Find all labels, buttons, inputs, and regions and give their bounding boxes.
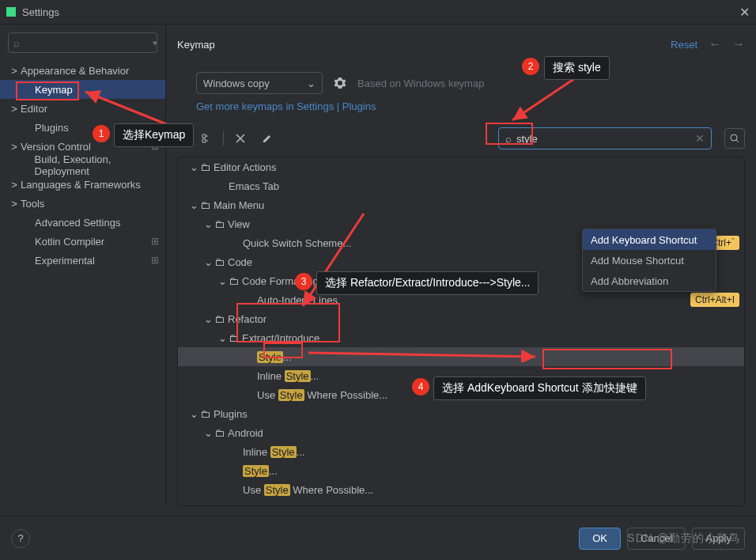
sidebar-item[interactable]: >Appearance & Behavior: [0, 61, 165, 80]
help-button[interactable]: ?: [11, 529, 30, 548]
tree-row[interactable]: Inline Style...: [178, 442, 744, 461]
get-keymaps-link[interactable]: Get more keymaps in Settings: [196, 100, 334, 112]
tree-row[interactable]: ›🗀Markdown: [178, 499, 744, 506]
page-title: Keymap: [177, 39, 215, 51]
tree-row[interactable]: ⌄🗀Editor Actions: [178, 157, 744, 176]
collapse-icon[interactable]: [230, 128, 251, 149]
menu-item[interactable]: Add Mouse Shortcut: [583, 250, 716, 271]
filter-box[interactable]: ⌕ ✕: [498, 127, 712, 149]
tree-row[interactable]: ⌄🗀Android: [178, 423, 744, 442]
keymap-select-value: Windows copy: [203, 78, 270, 89]
reset-link[interactable]: Reset: [671, 39, 697, 51]
sidebar-item[interactable]: Plugins⊞: [0, 118, 165, 137]
tree-row[interactable]: Use Style Where Possible...: [178, 480, 744, 499]
tree-row[interactable]: ⌄🗀Refactor: [178, 309, 744, 328]
filter-input[interactable]: [516, 133, 690, 145]
sidebar-item[interactable]: Build, Execution, Deployment: [0, 156, 165, 175]
based-on-label: Based on Windows keymap: [357, 78, 484, 89]
sidebar-item[interactable]: Kotlin Compiler⊞: [0, 232, 165, 251]
tree-row[interactable]: Style...: [178, 347, 744, 366]
sidebar-item[interactable]: Experimental⊞: [0, 251, 165, 270]
sidebar-item[interactable]: >Tools: [0, 194, 165, 213]
context-menu: Add Keyboard ShortcutAdd Mouse ShortcutA…: [582, 229, 716, 292]
forward-icon[interactable]: →: [732, 37, 745, 51]
ok-button[interactable]: OK: [579, 528, 621, 550]
edit-icon[interactable]: [257, 128, 278, 149]
chevron-down-icon: ⌄: [307, 78, 316, 89]
back-icon[interactable]: ←: [709, 37, 721, 51]
svg-point-0: [731, 134, 737, 141]
sidebar-item[interactable]: >Languages & Frameworks: [0, 175, 165, 194]
app-icon: [6, 7, 16, 17]
menu-item[interactable]: Add Keyboard Shortcut: [583, 229, 716, 250]
tree-row[interactable]: Inline Style...: [178, 366, 744, 385]
watermark: SDN @勤劳的小菜鸟: [627, 532, 740, 546]
sidebar-search[interactable]: ⌕ ▾: [8, 32, 157, 53]
expand-tree-icon[interactable]: [196, 128, 217, 149]
tree-row[interactable]: ⌄🗀Extract/Introduce: [178, 328, 744, 347]
dropdown-icon: ▾: [153, 38, 157, 48]
keymap-select[interactable]: Windows copy ⌄: [196, 72, 323, 94]
close-icon[interactable]: ✕: [739, 5, 750, 20]
sidebar-item[interactable]: Advanced Settings: [0, 213, 165, 232]
find-action-icon[interactable]: [724, 128, 745, 149]
sidebar-search-input[interactable]: [20, 37, 153, 49]
tree-row[interactable]: Use Style Where Possible...: [178, 385, 744, 404]
search-icon: ⌕: [13, 37, 20, 49]
search-icon: ⌕: [505, 133, 512, 145]
plugins-link[interactable]: Plugins: [342, 100, 376, 112]
tree-row[interactable]: Emacs Tab: [178, 176, 744, 195]
clear-icon[interactable]: ✕: [695, 132, 705, 145]
window-title: Settings: [22, 6, 59, 18]
sidebar-item[interactable]: >Editor: [0, 99, 165, 118]
tree-row[interactable]: Style...: [178, 461, 744, 480]
tree-row[interactable]: Auto-Indent LinesCtrl+Alt+I: [178, 290, 744, 309]
tree-row[interactable]: ⌄🗀Plugins: [178, 404, 744, 423]
tree-row[interactable]: ⌄🗀Main Menu: [178, 195, 744, 214]
menu-item[interactable]: Add Abbreviation: [583, 271, 716, 291]
sidebar-item[interactable]: Keymap: [0, 80, 165, 99]
gear-icon[interactable]: [334, 77, 346, 89]
